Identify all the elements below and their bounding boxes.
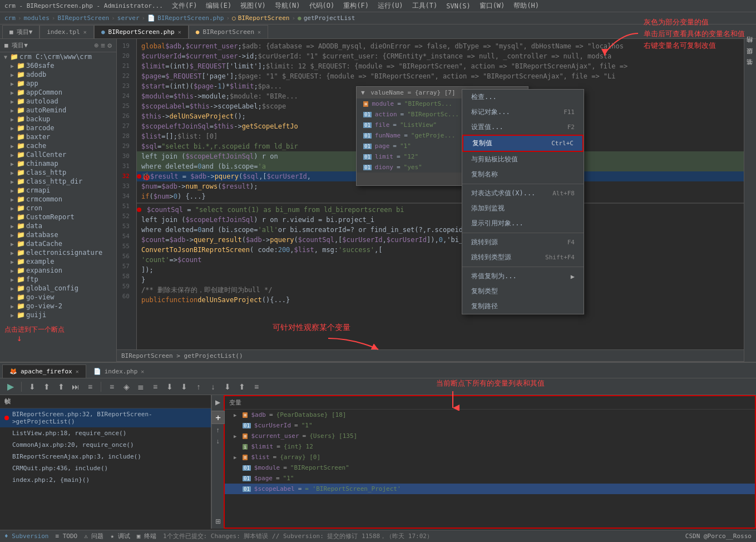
- debug-btn-run-cursor[interactable]: ⏭: [70, 381, 82, 393]
- tree-item-crmcommon[interactable]: ▶ 📁 crmcommon: [0, 195, 116, 204]
- status-problems[interactable]: ⚠ 问题: [84, 532, 103, 540]
- frame-item-5[interactable]: index.php:2, {main}(): [0, 474, 211, 486]
- breadcrumb-bi[interactable]: BIReportScreen: [57, 14, 109, 22]
- breadcrumb-class[interactable]: BIReportScreen: [238, 14, 290, 22]
- tree-item-class-http[interactable]: ▶ 📁 class_http: [0, 168, 116, 177]
- menu-item-file[interactable]: 文件(F): [172, 1, 197, 11]
- var-item-page[interactable]: ▶ 01 $page = "1": [225, 473, 755, 484]
- tree-item-expansion[interactable]: ▶ 📁 expansion: [0, 266, 116, 275]
- sidebar-tab-bookmark[interactable]: 书签: [744, 66, 756, 75]
- status-todo[interactable]: ≡ TODO: [55, 533, 77, 540]
- code-content[interactable]: global $adb,$current_user; $adb: {databa…: [137, 39, 744, 349]
- frame-item-0[interactable]: BIReportScreen.php:32, BIReportScreen->g…: [0, 408, 211, 427]
- tab-bireportscreen[interactable]: ● BIReportScreen ✕: [189, 25, 268, 38]
- debug-btn-step-over[interactable]: ⬇: [26, 381, 38, 393]
- menu-item-svn[interactable]: SVN(S): [446, 2, 470, 10]
- debug-btn-vars[interactable]: ≣: [135, 381, 147, 393]
- tree-btn-settings[interactable]: ⚙: [107, 41, 112, 50]
- var-item-current-user[interactable]: ▶ ≡ $current_user = {Users} [135]: [225, 431, 755, 441]
- cm-item-addwatch[interactable]: 添加到监视: [462, 201, 584, 216]
- tree-item-appcommon[interactable]: ▶ 📁 appCommon: [0, 88, 116, 97]
- status-subversion[interactable]: ♦ Subversion: [4, 533, 48, 540]
- cm-item-inspect[interactable]: 检查...: [462, 90, 584, 105]
- cm-item-copyname[interactable]: 复制名称: [462, 167, 584, 182]
- sidebar-tab-structure[interactable]: 结构: [744, 43, 756, 52]
- tree-item-data[interactable]: ▶ 📁 data: [0, 221, 116, 230]
- tree-item-baxter[interactable]: ▶ 📁 baxter: [0, 132, 116, 141]
- vars-btn-expand-all[interactable]: ⊞: [213, 516, 223, 526]
- debug-tab-firefox-close[interactable]: ✕: [76, 368, 79, 375]
- tree-item-electronic[interactable]: ▶ 📁 electronicsignature: [0, 248, 116, 257]
- menu-item-refactor[interactable]: 重构(F): [343, 1, 369, 11]
- tab-php-close[interactable]: ✕: [178, 29, 181, 35]
- status-debug[interactable]: ★ 调试: [110, 532, 130, 540]
- tree-item-guiji[interactable]: ▶ 📁 guiji: [0, 311, 116, 319]
- debug-tab-index-php[interactable]: 📄 index.php ✕: [86, 364, 152, 378]
- tree-item-autoload[interactable]: ▶ 📁 autoload: [0, 97, 116, 106]
- tree-item-adodb[interactable]: ▶ 📁 adodb: [0, 70, 116, 79]
- cm-item-copyval[interactable]: 复制值 Ctrl+C: [462, 135, 584, 152]
- frame-item-3[interactable]: BIReportScreenAjax.php:3, include(): [0, 451, 211, 462]
- tree-item-barcode[interactable]: ▶ 📁 barcode: [0, 124, 116, 132]
- debug-tab-firefox[interactable]: 🦊 apache_firefox ✕: [2, 364, 86, 378]
- tab-project[interactable]: ■ 项目▼: [2, 25, 39, 38]
- frame-item-4[interactable]: CRMQuit.php:436, include(): [0, 462, 211, 474]
- debug-btn-down2[interactable]: ↓: [207, 381, 219, 393]
- tree-item-autoremind[interactable]: ▶ 📁 autoRemind: [0, 106, 116, 115]
- menu-item-run[interactable]: 运行(U): [378, 1, 403, 11]
- breadcrumb-crm[interactable]: crm: [4, 14, 16, 22]
- cm-item-mark[interactable]: 标记对象... F11: [462, 105, 584, 120]
- cm-item-showrefs[interactable]: 显示引用对象...: [462, 216, 584, 231]
- cm-item-copypath[interactable]: 复制路径: [462, 299, 584, 314]
- tree-item-callcenter[interactable]: ▶ 📁 CallCenter: [0, 150, 116, 159]
- debug-btn-console[interactable]: ≡: [149, 381, 161, 393]
- tree-root[interactable]: ▼ 📁 crm C:\crm\www\crm: [0, 52, 116, 61]
- sidebar-tab-hierarchy[interactable]: 层级: [744, 55, 756, 63]
- vars-btn-down[interactable]: ↓: [213, 436, 223, 446]
- debug-btn-output[interactable]: ⬇: [164, 381, 176, 393]
- debug-btn-play[interactable]: ▶: [4, 381, 17, 393]
- menu-item-edit[interactable]: 编辑(E): [206, 1, 231, 11]
- tree-item-cron[interactable]: ▶ 📁 cron: [0, 204, 116, 213]
- cm-item-copyvalas[interactable]: 将值复制为... ▶: [462, 269, 584, 284]
- frame-item-1[interactable]: ListView.php:18, require_once(): [0, 427, 211, 439]
- debug-btn-eval[interactable]: ≡: [84, 381, 96, 393]
- cm-item-jumpsource[interactable]: 跳转到源 F4: [462, 235, 584, 250]
- cm-item-evalexpr[interactable]: 对表达式求值(X)... Alt+F8: [462, 186, 584, 201]
- debug-btn-stack[interactable]: ↑: [192, 381, 205, 393]
- var-item-module[interactable]: ▶ 01 $module = "BIReportScreen": [225, 462, 755, 473]
- tree-item-cache[interactable]: ▶ 📁 cache: [0, 141, 116, 150]
- debug-btn-pin[interactable]: ⬆: [236, 381, 248, 393]
- vars-btn-up[interactable]: ↑: [213, 425, 223, 435]
- tab-bi-close[interactable]: ✕: [258, 29, 261, 35]
- debug-btn-watch[interactable]: ◈: [120, 381, 132, 393]
- debug-btn-frames[interactable]: ≡: [106, 381, 118, 393]
- tab-bireportscreen-php[interactable]: ● BIReportScreen.php ✕: [94, 25, 189, 38]
- tree-item-database[interactable]: ▶ 📁 database: [0, 230, 116, 239]
- tree-item-example[interactable]: ▶ 📁 example: [0, 257, 116, 266]
- var-item-curuserid[interactable]: ▶ 01 $curUserId = "1": [225, 420, 755, 431]
- breadcrumb-server[interactable]: server: [117, 14, 140, 22]
- debug-btn-gear[interactable]: ≡: [250, 381, 263, 393]
- debug-tab-index-close[interactable]: ✕: [141, 368, 144, 375]
- tree-item-app[interactable]: ▶ 📁 app: [0, 79, 116, 88]
- vars-btn-expand[interactable]: ▶: [213, 397, 223, 407]
- tree-item-datacache[interactable]: ▶ 📁 dataCache: [0, 239, 116, 248]
- debug-btn-memory[interactable]: ⬇: [178, 381, 190, 393]
- tree-btn-collapse[interactable]: ≡: [101, 41, 105, 50]
- menu-item-nav[interactable]: 导航(N): [275, 1, 300, 11]
- tree-item-360safe[interactable]: ▶ 📁 360safe: [0, 61, 116, 70]
- debug-btn-step-into[interactable]: ⬆: [41, 381, 53, 393]
- var-item-list[interactable]: ▶ ≡ $list = {array} [0]: [225, 452, 755, 462]
- tree-item-customreport[interactable]: ▶ 📁 CustomReport: [0, 213, 116, 221]
- menu-item-tools[interactable]: 工具(T): [412, 1, 438, 11]
- menu-item-code[interactable]: 代码(O): [309, 1, 335, 11]
- tree-item-chinamap[interactable]: ▶ 📁 chinamap: [0, 159, 116, 168]
- add-var-button[interactable]: +: [211, 411, 225, 424]
- tree-btn-expand[interactable]: ⊕: [95, 41, 99, 50]
- breadcrumb-method[interactable]: getProjectList: [304, 14, 355, 22]
- debug-btn-sort[interactable]: ⬇: [221, 381, 234, 393]
- var-item-limit[interactable]: ▶ i $limit = {int} 12: [225, 441, 755, 452]
- tree-item-go-view[interactable]: ▶ 📁 go-view: [0, 293, 116, 302]
- tree-item-class-http-dir[interactable]: ▶ 📁 class_http_dir: [0, 177, 116, 186]
